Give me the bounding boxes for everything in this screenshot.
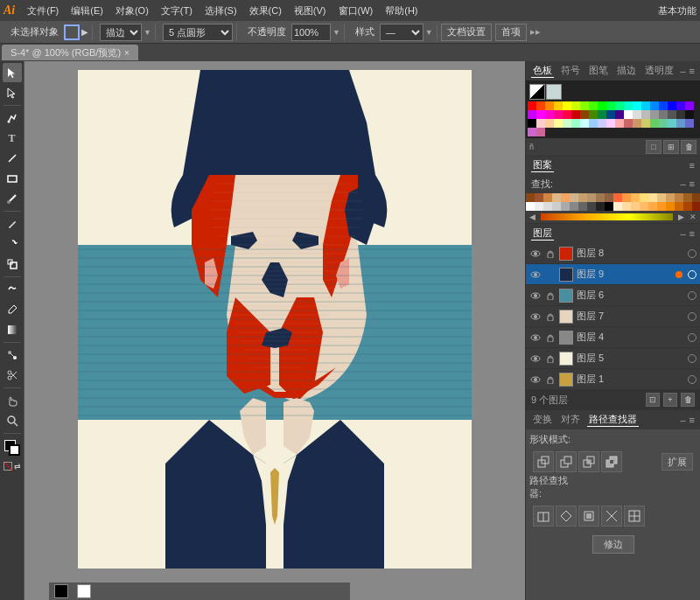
panel2-options-btn[interactable]: ≡ bbox=[690, 178, 695, 189]
swatch-cell[interactable] bbox=[668, 110, 676, 119]
swatch-cell[interactable] bbox=[641, 101, 650, 110]
swatch-cell[interactable] bbox=[676, 119, 685, 128]
transform-options-btn[interactable]: ≡ bbox=[690, 415, 695, 425]
swatch-cell[interactable] bbox=[578, 202, 587, 211]
layer-8-vis[interactable] bbox=[529, 248, 542, 260]
swatch-cell[interactable] bbox=[659, 110, 668, 119]
swatch-cell[interactable] bbox=[587, 202, 596, 211]
swatch-cell[interactable] bbox=[675, 202, 683, 211]
swatch-cell[interactable] bbox=[535, 193, 543, 202]
unite-btn[interactable] bbox=[533, 451, 554, 472]
swatch-cell[interactable] bbox=[528, 101, 536, 110]
swatch-cell[interactable] bbox=[545, 101, 554, 110]
layers-options-btn[interactable]: ≡ bbox=[690, 228, 695, 239]
swatch-cell[interactable] bbox=[543, 193, 552, 202]
swatch-cell[interactable] bbox=[641, 110, 650, 119]
tab-align[interactable]: 对齐 bbox=[559, 413, 582, 427]
swatch-cell[interactable] bbox=[552, 193, 561, 202]
swatch-cell[interactable] bbox=[650, 119, 659, 128]
type-tool-icon[interactable]: T bbox=[3, 129, 22, 148]
transform-panel-header[interactable]: 变换 对齐 路径查找器 – ≡ bbox=[526, 410, 700, 429]
layer-6-lock[interactable] bbox=[545, 290, 556, 301]
swatch-cell[interactable] bbox=[598, 119, 606, 128]
none-color[interactable] bbox=[4, 462, 12, 471]
menu-text[interactable]: 文字(T) bbox=[156, 3, 198, 19]
intersect-btn[interactable] bbox=[578, 451, 599, 472]
menu-effect[interactable]: 效果(C) bbox=[244, 3, 287, 19]
swatch-cell[interactable] bbox=[613, 202, 622, 211]
scale-tool-icon[interactable] bbox=[3, 255, 22, 274]
selection-tool-icon[interactable] bbox=[3, 63, 22, 82]
swatch-cell[interactable] bbox=[554, 101, 563, 110]
layer-8-lock[interactable] bbox=[545, 248, 556, 259]
swatch-cell[interactable] bbox=[543, 202, 552, 211]
swatch-cell[interactable] bbox=[622, 193, 631, 202]
layer-row-8[interactable]: 图层 8 bbox=[526, 243, 700, 264]
swatch-cell[interactable] bbox=[606, 101, 615, 110]
swatch-cell[interactable] bbox=[589, 110, 598, 119]
swatch-cell[interactable] bbox=[589, 101, 598, 110]
swatch-cell[interactable] bbox=[666, 202, 675, 211]
swatch-cell[interactable] bbox=[613, 193, 622, 202]
new-swatch-btn[interactable]: □ bbox=[646, 140, 662, 154]
layer-1-lock[interactable] bbox=[545, 374, 556, 385]
swatch-cell[interactable] bbox=[633, 101, 641, 110]
swatch-cell[interactable] bbox=[596, 193, 605, 202]
document-tab[interactable]: S-4* @ 100% (RGB/预览) × bbox=[2, 45, 138, 60]
swatch-cell[interactable] bbox=[526, 202, 535, 211]
swatch-cell[interactable] bbox=[659, 119, 668, 128]
swatch-cell[interactable] bbox=[554, 110, 563, 119]
swatch-cell[interactable] bbox=[598, 101, 606, 110]
layer-5-lock[interactable] bbox=[545, 353, 556, 364]
menu-help[interactable]: 帮助(H) bbox=[380, 3, 423, 19]
swatch-cell[interactable] bbox=[692, 193, 700, 202]
layer-row-9[interactable]: 图层 9 bbox=[526, 264, 700, 285]
gradient-tool-icon[interactable] bbox=[3, 320, 22, 339]
swap-colors-icon[interactable]: ⇄ bbox=[14, 462, 21, 471]
swatch-cell[interactable] bbox=[640, 193, 648, 202]
swatch-cell[interactable] bbox=[633, 110, 641, 119]
opacity-input[interactable] bbox=[291, 24, 331, 41]
swatch-cell[interactable] bbox=[598, 110, 606, 119]
swatch-cell[interactable] bbox=[622, 202, 631, 211]
swatch-cell[interactable] bbox=[640, 202, 648, 211]
swatch-cell[interactable] bbox=[536, 119, 545, 128]
layer-row-4[interactable]: 图层 4 bbox=[526, 327, 700, 348]
tab-brushes[interactable]: 图笔 bbox=[587, 64, 610, 78]
hand-tool-icon[interactable] bbox=[3, 391, 22, 410]
swatch-cell[interactable] bbox=[605, 193, 613, 202]
tab-stroke[interactable]: 描边 bbox=[615, 64, 638, 78]
color-indicator[interactable] bbox=[64, 24, 80, 40]
swatch-cell[interactable] bbox=[657, 202, 666, 211]
zoom-tool-icon[interactable] bbox=[3, 411, 22, 430]
swatch-cell[interactable] bbox=[554, 119, 563, 128]
swatch-cell[interactable] bbox=[563, 101, 571, 110]
delete-layer-btn[interactable]: 🗑 bbox=[681, 393, 695, 407]
swatch-cell[interactable] bbox=[657, 193, 666, 202]
workspace-label[interactable]: 基本功能 bbox=[658, 4, 696, 17]
swatch-cell[interactable] bbox=[561, 202, 570, 211]
pattern-panel-header[interactable]: 图案 ≡ bbox=[526, 157, 700, 174]
swatches-panel-header[interactable]: 色板 符号 图笔 描边 透明度 – ≡ bbox=[526, 61, 700, 80]
swatch-cell[interactable] bbox=[641, 119, 650, 128]
swatch-cell[interactable] bbox=[571, 101, 580, 110]
make-clip-btn[interactable]: ⊡ bbox=[646, 393, 660, 407]
layer-row-6[interactable]: 图层 6 bbox=[526, 285, 700, 306]
swatch-cell[interactable] bbox=[631, 202, 640, 211]
swatch-cell[interactable] bbox=[528, 119, 536, 128]
swatch-cell[interactable] bbox=[589, 119, 598, 128]
menu-object[interactable]: 对象(O) bbox=[110, 3, 154, 19]
swatch-cell[interactable] bbox=[552, 202, 561, 211]
swatch-cell[interactable] bbox=[676, 110, 685, 119]
swatch-cell[interactable] bbox=[570, 202, 578, 211]
swatch-cell[interactable] bbox=[563, 110, 571, 119]
pen-tool-icon[interactable] bbox=[3, 108, 22, 128]
tab-close-btn[interactable]: × bbox=[124, 48, 130, 58]
swatch-cell[interactable] bbox=[624, 110, 633, 119]
swatch-cell[interactable] bbox=[615, 119, 624, 128]
layer-7-lock[interactable] bbox=[545, 311, 556, 322]
swatch-cell[interactable] bbox=[596, 202, 605, 211]
stroke-color-box[interactable] bbox=[9, 444, 20, 456]
style-select[interactable]: — bbox=[380, 24, 424, 41]
swatch-cell[interactable] bbox=[528, 110, 536, 119]
